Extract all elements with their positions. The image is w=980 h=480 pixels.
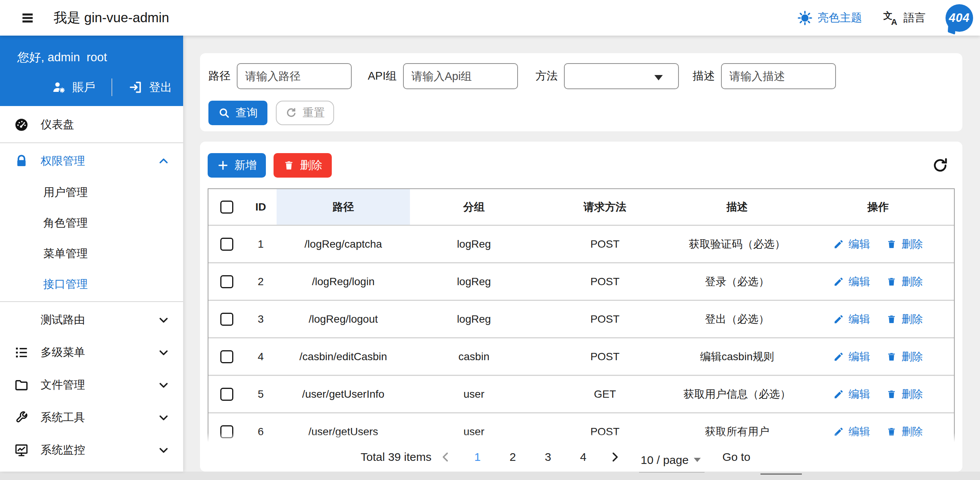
sidebar-item-system-monitor[interactable]: 系统监控 [0, 434, 183, 466]
cell-method: POST [538, 263, 672, 300]
query-button[interactable]: 查询 [208, 101, 267, 125]
account-button[interactable]: 賬戶 [52, 80, 95, 95]
header-path: 路径 [277, 189, 410, 225]
delete-row-button[interactable]: 删除 [886, 387, 923, 402]
row-checkbox[interactable] [220, 238, 233, 251]
trash-icon [283, 160, 295, 171]
add-button[interactable]: 新增 [208, 153, 266, 178]
logout-label: 登出 [149, 80, 172, 95]
api-table-panel: 新增 删除 ID 路径 分 [200, 142, 962, 472]
cell-method: POST [538, 226, 672, 262]
api-table: ID 路径 分组 请求方法 描述 操作 1 /logReg/captcha lo… [208, 188, 955, 443]
cell-path: /casbin/editCasbin [277, 338, 410, 375]
trash-icon [886, 314, 897, 325]
row-checkbox[interactable] [220, 313, 233, 326]
sidebar-item-permission[interactable]: 权限管理 [0, 145, 183, 177]
folder-icon [14, 377, 29, 393]
sidebar-item-label: 权限管理 [41, 153, 85, 169]
logout-button[interactable]: 登出 [128, 80, 172, 95]
method-select[interactable] [564, 63, 679, 89]
select-all-checkbox[interactable] [220, 201, 233, 214]
trash-icon [886, 239, 897, 250]
sidebar-item-system-tools[interactable]: 系统工具 [0, 401, 183, 434]
user-greeting: 您好, admin root [17, 49, 183, 65]
sidebar-item-user-management[interactable]: 用户管理 [0, 177, 183, 208]
sidebar: 您好, admin root 賬戶 [0, 36, 183, 472]
refresh-button[interactable] [931, 156, 949, 175]
sidebar-item-file-management[interactable]: 文件管理 [0, 369, 183, 401]
path-input[interactable] [237, 63, 352, 89]
page-number-4[interactable]: 4 [565, 451, 601, 464]
bulk-delete-button[interactable]: 删除 [274, 153, 332, 178]
dropdown-caret-icon [654, 75, 663, 80]
plus-icon [217, 159, 229, 171]
delete-row-button[interactable]: 删除 [886, 349, 923, 364]
monitor-chart-icon [14, 442, 29, 458]
theme-toggle-button[interactable]: 亮色主题 [797, 10, 862, 26]
language-switcher[interactable]: 文 A 語言 [883, 10, 926, 26]
chevron-down-icon [158, 314, 169, 326]
sidebar-item-multi-level-menu[interactable]: 多级菜单 [0, 336, 183, 369]
cell-group: logReg [410, 263, 538, 300]
edit-button[interactable]: 编辑 [833, 312, 870, 327]
next-page-icon[interactable] [608, 451, 621, 464]
prev-page-icon[interactable] [439, 451, 452, 464]
page-number-1[interactable]: 1 [460, 451, 495, 464]
cell-path: /logReg/login [277, 263, 410, 300]
table-row: 1 /logReg/captcha logReg POST 获取验证码（必选） … [208, 225, 954, 262]
cell-id: 4 [245, 338, 277, 375]
app: 我是 gin-vue-admin 亮色主题 文 A 語言 [0, 0, 980, 480]
page-number-2[interactable]: 2 [495, 451, 530, 464]
goto-page-input[interactable] [760, 458, 802, 475]
edit-button[interactable]: 编辑 [833, 387, 870, 402]
delete-row-button[interactable]: 删除 [886, 312, 923, 327]
desc-input[interactable] [721, 63, 836, 89]
page-size-select[interactable]: 10 / page [639, 452, 705, 473]
dashboard-gauge-icon [14, 117, 29, 132]
brand-logo-404[interactable]: 404 [946, 4, 973, 32]
wrench-icon [14, 410, 29, 425]
api-group-input[interactable] [403, 63, 518, 89]
edit-button[interactable]: 编辑 [833, 349, 870, 364]
sidebar-item-dashboard[interactable]: 仪表盘 [0, 108, 183, 141]
sidebar-item-api-management[interactable]: 接口管理 [0, 269, 183, 300]
chevron-down-icon [158, 412, 169, 423]
reset-button[interactable]: 重置 [276, 101, 334, 125]
chevron-down-icon [158, 379, 169, 391]
table-row: 5 /user/getUserInfo user GET 获取用户信息（必选） … [208, 375, 954, 412]
delete-row-button[interactable]: 删除 [886, 274, 923, 289]
pagination-bar: Total 39 items 1 2 3 4 10 / page Go to [208, 442, 955, 472]
cell-method: POST [538, 338, 672, 375]
sidebar-item-test-route[interactable]: 测试路由 [0, 304, 183, 336]
top-header: 我是 gin-vue-admin 亮色主题 文 A 語言 [0, 0, 980, 36]
search-panel: 路径 API组 方法 描述 查询 [200, 53, 962, 131]
sidebar-item-role-management[interactable]: 角色管理 [0, 208, 183, 238]
svg-text:A: A [891, 17, 897, 26]
sidebar-menu: 仪表盘 权限管理 用户管理 角色管理 菜单管理 接口管理 [0, 106, 183, 466]
sidebar-item-menu-management[interactable]: 菜单管理 [0, 238, 183, 269]
row-checkbox[interactable] [220, 275, 233, 288]
cell-id: 2 [245, 263, 277, 300]
chevron-up-icon [158, 155, 169, 167]
edit-button[interactable]: 编辑 [833, 274, 870, 289]
page-title: 我是 gin-vue-admin [54, 9, 169, 27]
sidebar-item-label: 系统工具 [41, 410, 85, 425]
cell-id: 3 [245, 301, 277, 337]
page-number-3[interactable]: 3 [530, 451, 565, 464]
translate-icon: 文 A [883, 10, 900, 26]
row-checkbox[interactable] [220, 388, 233, 401]
cell-desc: 编辑casbin规则 [672, 338, 802, 375]
edit-button[interactable]: 编辑 [833, 237, 870, 251]
trash-icon [886, 276, 897, 287]
header-actions: 操作 [802, 189, 954, 225]
hamburger-menu-icon[interactable] [18, 10, 38, 26]
logout-icon [128, 80, 143, 95]
cell-desc: 登出（必选） [672, 301, 802, 337]
sun-icon [797, 10, 813, 26]
list-icon [14, 345, 29, 360]
cell-path: /user/getUserInfo [277, 376, 410, 412]
delete-row-button[interactable]: 删除 [886, 237, 923, 251]
divider [0, 142, 183, 143]
row-checkbox[interactable] [220, 350, 233, 363]
reset-refresh-icon [285, 107, 297, 119]
